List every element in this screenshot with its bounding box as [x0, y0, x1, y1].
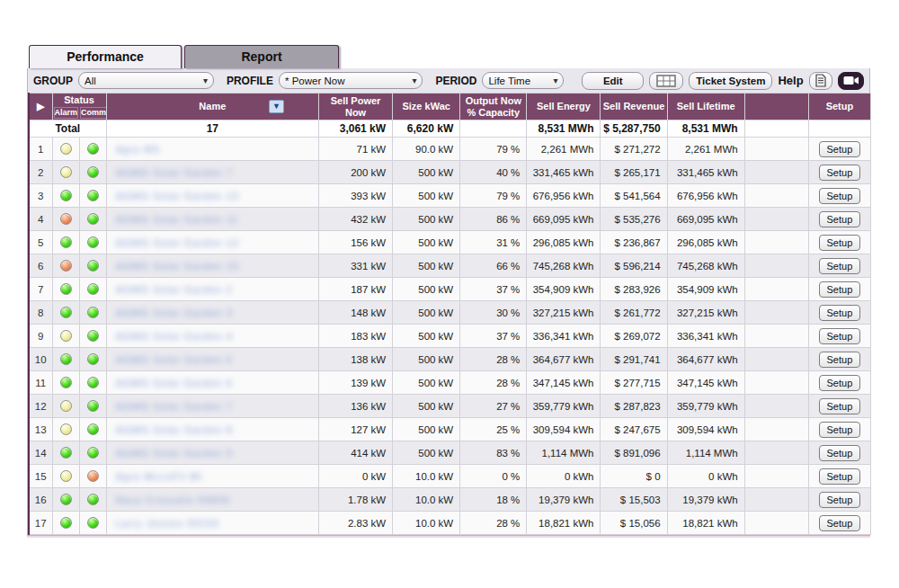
alarm-led[interactable] [60, 330, 72, 342]
output-pct-value: 0 % [460, 465, 527, 488]
alarm-led[interactable] [60, 307, 72, 318]
setup-button[interactable]: Setup [819, 281, 860, 298]
tab-report[interactable]: Report [184, 45, 339, 68]
name-header[interactable]: Name ▼ [106, 94, 318, 120]
alarm-led[interactable] [60, 423, 72, 435]
alarm-led[interactable] [60, 213, 72, 225]
site-name-link[interactable]: Larry Jeones 99100 [106, 512, 318, 535]
video-help-button[interactable] [838, 72, 864, 90]
setup-button[interactable]: Setup [819, 165, 860, 181]
comm-led[interactable] [87, 423, 99, 435]
comm-subheader[interactable]: Comm. [80, 107, 106, 119]
site-name-link[interactable]: AGMG Solar Garden 4 [106, 325, 318, 348]
comm-led[interactable] [87, 447, 99, 459]
site-name-link[interactable]: AGMG Solar Garden 9 [106, 441, 318, 465]
edit-button[interactable]: Edit [582, 72, 644, 90]
blank-cell [744, 371, 808, 395]
site-name-link[interactable]: Agra MicroFit MI [106, 465, 318, 488]
sell-lifetime-value: 359,779 kWh [667, 395, 744, 418]
comm-led[interactable] [87, 307, 99, 318]
size-kwac-value: 500 kW [393, 161, 460, 184]
comm-led[interactable] [87, 494, 99, 505]
sell-energy-header[interactable]: Sell Energy [527, 94, 601, 120]
setup-button[interactable]: Setup [819, 352, 860, 368]
alarm-led[interactable] [60, 283, 72, 295]
setup-button[interactable]: Setup [819, 211, 860, 227]
setup-button[interactable]: Setup [819, 468, 860, 485]
size-kwac-header[interactable]: Size kWac [393, 94, 460, 120]
site-name-link[interactable]: AGMG Solar Garden 10 [106, 184, 318, 208]
site-name-link[interactable]: Agra MS [106, 138, 318, 161]
site-name-link[interactable]: AGMG Solar Garden 7 [106, 395, 318, 418]
group-select[interactable]: All ▾ [78, 72, 214, 89]
alarm-led[interactable] [60, 353, 72, 365]
alarm-led[interactable] [60, 377, 72, 388]
site-name-link[interactable]: AGMG Solar Garden 15 [106, 254, 318, 278]
row-number: 16 [29, 488, 52, 512]
sell-power-now-header[interactable]: Sell Power Now [319, 94, 393, 120]
setup-button[interactable]: Setup [819, 188, 860, 204]
comm-led[interactable] [87, 166, 99, 178]
name-sort-dropdown-icon[interactable]: ▼ [269, 100, 284, 113]
comm-led[interactable] [87, 143, 99, 155]
expand-all-header[interactable]: ▶ [29, 94, 52, 120]
setup-cell: Setup [808, 465, 870, 488]
setup-button[interactable]: Setup [819, 422, 860, 438]
output-now-header[interactable]: Output Now % Capacity [460, 94, 527, 120]
site-name-link[interactable]: AGMG Solar Garden 2 [106, 278, 318, 301]
setup-button[interactable]: Setup [819, 445, 860, 461]
comm-led[interactable] [87, 517, 99, 529]
ticket-system-button[interactable]: Ticket System [689, 72, 772, 90]
setup-button[interactable]: Setup [819, 398, 860, 414]
table-row: 15Agra MicroFit MI0 kW10.0 kW0 %0 kWh$ 0… [29, 465, 871, 488]
profile-select[interactable]: * Power Now ▾ [279, 72, 423, 89]
site-name-link[interactable]: Navy Crossalis 99809 [106, 488, 318, 512]
setup-button[interactable]: Setup [819, 235, 860, 251]
site-name-link[interactable]: AGMG Solar Garden 5 [106, 348, 318, 371]
site-name-link[interactable]: AGMG Solar Garden 8 [106, 418, 318, 441]
setup-cell: Setup [808, 395, 870, 418]
alarm-led[interactable] [60, 166, 72, 178]
setup-button[interactable]: Setup [819, 492, 860, 508]
alarm-led[interactable] [60, 143, 72, 155]
site-name-link[interactable]: AGMG Solar Garden 12 [106, 231, 318, 254]
alarm-led[interactable] [60, 447, 72, 459]
setup-button[interactable]: Setup [819, 328, 860, 344]
alarm-led[interactable] [60, 470, 72, 482]
comm-led[interactable] [87, 400, 99, 412]
site-name-link[interactable]: AGMG Solar Garden 7 [106, 161, 318, 184]
comm-led[interactable] [87, 260, 99, 272]
size-kwac-value: 500 kW [393, 395, 460, 418]
alarm-led[interactable] [60, 400, 72, 412]
alarm-subheader[interactable]: Alarm [54, 107, 79, 119]
setup-cell: Setup [808, 184, 870, 208]
alarm-led[interactable] [60, 190, 72, 201]
setup-button[interactable]: Setup [819, 305, 860, 321]
grid-view-button[interactable] [649, 72, 683, 90]
comm-led[interactable] [87, 190, 99, 201]
site-name-link[interactable]: AGMG Solar Garden 11 [106, 208, 318, 231]
sell-revenue-header[interactable]: Sell Revenue [601, 94, 667, 120]
setup-button[interactable]: Setup [819, 258, 860, 274]
comm-led[interactable] [87, 353, 99, 365]
setup-button[interactable]: Setup [819, 375, 860, 391]
sell-revenue-value: $ 271,272 [601, 138, 667, 161]
setup-button[interactable]: Setup [819, 515, 860, 531]
comm-led[interactable] [87, 330, 99, 342]
comm-led[interactable] [87, 283, 99, 295]
tab-performance[interactable]: Performance [29, 45, 182, 68]
alarm-led[interactable] [60, 236, 72, 248]
help-document-button[interactable] [809, 72, 833, 90]
alarm-led[interactable] [60, 494, 72, 505]
comm-led[interactable] [87, 470, 99, 482]
comm-led[interactable] [87, 377, 99, 388]
period-select[interactable]: Life Time ▾ [482, 72, 564, 89]
comm-led[interactable] [87, 236, 99, 248]
site-name-link[interactable]: AGMG Solar Garden 3 [106, 301, 318, 325]
setup-button[interactable]: Setup [819, 141, 860, 157]
sell-lifetime-header[interactable]: Sell Lifetime [667, 94, 744, 120]
alarm-led[interactable] [60, 260, 72, 272]
alarm-led[interactable] [60, 517, 72, 529]
site-name-link[interactable]: AGMG Solar Garden 6 [106, 371, 318, 395]
comm-led[interactable] [87, 213, 99, 225]
